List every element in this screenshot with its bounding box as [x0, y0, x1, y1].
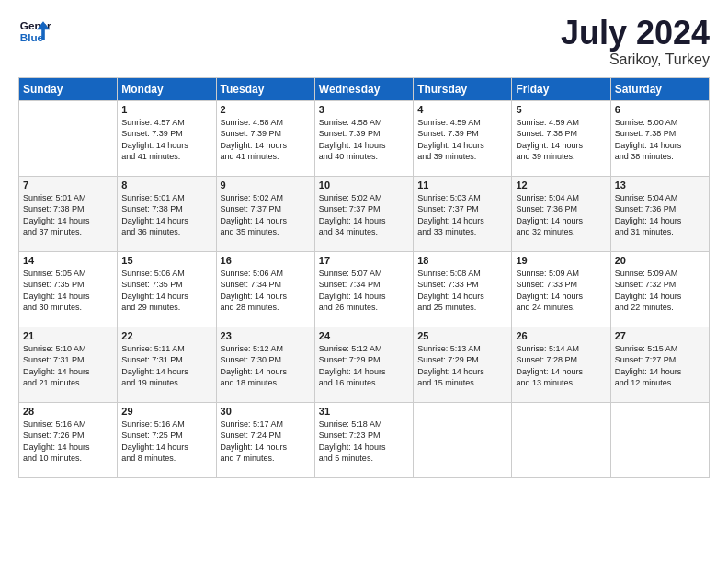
- cell-content: Sunrise: 4:59 AM Sunset: 7:39 PM Dayligh…: [417, 117, 507, 163]
- calendar-cell: 13Sunrise: 5:04 AM Sunset: 7:36 PM Dayli…: [610, 176, 709, 251]
- svg-text:Blue: Blue: [20, 31, 44, 43]
- day-number: 27: [615, 330, 705, 341]
- calendar-table: SundayMondayTuesdayWednesdayThursdayFrid…: [18, 77, 710, 478]
- weekday-header: Saturday: [610, 77, 709, 100]
- calendar-cell: 2Sunrise: 4:58 AM Sunset: 7:39 PM Daylig…: [216, 100, 314, 176]
- calendar-cell: [610, 402, 709, 477]
- cell-content: Sunrise: 5:00 AM Sunset: 7:38 PM Dayligh…: [615, 117, 705, 163]
- weekday-header: Thursday: [414, 77, 512, 100]
- cell-content: Sunrise: 5:18 AM Sunset: 7:23 PM Dayligh…: [319, 419, 409, 465]
- cell-content: Sunrise: 5:06 AM Sunset: 7:34 PM Dayligh…: [221, 268, 311, 314]
- cell-content: Sunrise: 5:06 AM Sunset: 7:35 PM Dayligh…: [121, 268, 211, 314]
- day-number: 5: [516, 104, 606, 115]
- calendar-cell: 6Sunrise: 5:00 AM Sunset: 7:38 PM Daylig…: [610, 100, 709, 176]
- cell-content: Sunrise: 5:09 AM Sunset: 7:32 PM Dayligh…: [615, 268, 705, 314]
- cell-content: Sunrise: 5:16 AM Sunset: 7:26 PM Dayligh…: [23, 419, 113, 465]
- day-number: 31: [319, 406, 409, 417]
- cell-content: Sunrise: 5:08 AM Sunset: 7:33 PM Dayligh…: [417, 268, 507, 314]
- day-number: 28: [23, 406, 113, 417]
- day-number: 23: [221, 330, 311, 341]
- cell-content: Sunrise: 5:02 AM Sunset: 7:37 PM Dayligh…: [221, 192, 311, 238]
- cell-content: Sunrise: 5:10 AM Sunset: 7:31 PM Dayligh…: [23, 343, 113, 389]
- cell-content: Sunrise: 5:16 AM Sunset: 7:25 PM Dayligh…: [121, 419, 211, 465]
- day-number: 12: [516, 179, 606, 190]
- calendar-cell: 9Sunrise: 5:02 AM Sunset: 7:37 PM Daylig…: [216, 176, 314, 251]
- calendar-cell: 10Sunrise: 5:02 AM Sunset: 7:37 PM Dayli…: [314, 176, 413, 251]
- calendar-cell: 14Sunrise: 5:05 AM Sunset: 7:35 PM Dayli…: [19, 251, 118, 327]
- day-number: 2: [221, 104, 311, 115]
- day-number: 19: [516, 255, 606, 266]
- calendar-cell: 31Sunrise: 5:18 AM Sunset: 7:23 PM Dayli…: [314, 402, 413, 477]
- day-number: 11: [417, 179, 507, 190]
- cell-content: Sunrise: 4:57 AM Sunset: 7:39 PM Dayligh…: [121, 117, 211, 163]
- calendar-cell: 5Sunrise: 4:59 AM Sunset: 7:38 PM Daylig…: [512, 100, 610, 176]
- calendar-cell: 15Sunrise: 5:06 AM Sunset: 7:35 PM Dayli…: [118, 251, 216, 327]
- day-number: 25: [417, 330, 507, 341]
- weekday-header: Wednesday: [314, 77, 413, 100]
- cell-content: Sunrise: 5:12 AM Sunset: 7:30 PM Dayligh…: [221, 343, 311, 389]
- logo: General Blue: [18, 15, 51, 48]
- calendar-cell: 24Sunrise: 5:12 AM Sunset: 7:29 PM Dayli…: [314, 327, 413, 402]
- cell-content: Sunrise: 5:03 AM Sunset: 7:37 PM Dayligh…: [417, 192, 507, 238]
- calendar-cell: [512, 402, 610, 477]
- cell-content: Sunrise: 5:15 AM Sunset: 7:27 PM Dayligh…: [615, 343, 705, 389]
- cell-content: Sunrise: 5:14 AM Sunset: 7:28 PM Dayligh…: [516, 343, 606, 389]
- cell-content: Sunrise: 5:01 AM Sunset: 7:38 PM Dayligh…: [23, 192, 113, 238]
- calendar-cell: 27Sunrise: 5:15 AM Sunset: 7:27 PM Dayli…: [610, 327, 709, 402]
- day-number: 29: [121, 406, 211, 417]
- weekday-header: Sunday: [19, 77, 118, 100]
- day-number: 14: [23, 255, 113, 266]
- calendar-cell: 16Sunrise: 5:06 AM Sunset: 7:34 PM Dayli…: [216, 251, 314, 327]
- calendar-cell: [414, 402, 512, 477]
- calendar-cell: 7Sunrise: 5:01 AM Sunset: 7:38 PM Daylig…: [19, 176, 118, 251]
- calendar-cell: 29Sunrise: 5:16 AM Sunset: 7:25 PM Dayli…: [118, 402, 216, 477]
- calendar-cell: 12Sunrise: 5:04 AM Sunset: 7:36 PM Dayli…: [512, 176, 610, 251]
- weekday-header: Tuesday: [216, 77, 314, 100]
- calendar-cell: 22Sunrise: 5:11 AM Sunset: 7:31 PM Dayli…: [118, 327, 216, 402]
- month-title: July 2024: [561, 15, 710, 52]
- calendar-cell: 26Sunrise: 5:14 AM Sunset: 7:28 PM Dayli…: [512, 327, 610, 402]
- page: General Blue July 2024 Sarikoy, Turkey S…: [0, 0, 728, 563]
- cell-content: Sunrise: 5:01 AM Sunset: 7:38 PM Dayligh…: [121, 192, 211, 238]
- calendar-week-row: 28Sunrise: 5:16 AM Sunset: 7:26 PM Dayli…: [19, 402, 710, 477]
- title-block: July 2024 Sarikoy, Turkey: [561, 15, 710, 68]
- day-number: 18: [417, 255, 507, 266]
- calendar-cell: 20Sunrise: 5:09 AM Sunset: 7:32 PM Dayli…: [610, 251, 709, 327]
- calendar-cell: [19, 100, 118, 176]
- calendar-cell: 1Sunrise: 4:57 AM Sunset: 7:39 PM Daylig…: [118, 100, 216, 176]
- cell-content: Sunrise: 5:09 AM Sunset: 7:33 PM Dayligh…: [516, 268, 606, 314]
- calendar-cell: 11Sunrise: 5:03 AM Sunset: 7:37 PM Dayli…: [414, 176, 512, 251]
- cell-content: Sunrise: 5:02 AM Sunset: 7:37 PM Dayligh…: [319, 192, 409, 238]
- calendar-cell: 21Sunrise: 5:10 AM Sunset: 7:31 PM Dayli…: [19, 327, 118, 402]
- day-number: 24: [319, 330, 409, 341]
- weekday-header: Friday: [512, 77, 610, 100]
- day-number: 13: [615, 179, 705, 190]
- day-number: 16: [221, 255, 311, 266]
- day-number: 1: [121, 104, 211, 115]
- calendar-cell: 8Sunrise: 5:01 AM Sunset: 7:38 PM Daylig…: [118, 176, 216, 251]
- calendar-week-row: 1Sunrise: 4:57 AM Sunset: 7:39 PM Daylig…: [19, 100, 710, 176]
- calendar-week-row: 7Sunrise: 5:01 AM Sunset: 7:38 PM Daylig…: [19, 176, 710, 251]
- cell-content: Sunrise: 4:59 AM Sunset: 7:38 PM Dayligh…: [516, 117, 606, 163]
- calendar-cell: 4Sunrise: 4:59 AM Sunset: 7:39 PM Daylig…: [414, 100, 512, 176]
- weekday-header: Monday: [118, 77, 216, 100]
- location-title: Sarikoy, Turkey: [561, 52, 710, 68]
- cell-content: Sunrise: 5:12 AM Sunset: 7:29 PM Dayligh…: [319, 343, 409, 389]
- calendar-cell: 18Sunrise: 5:08 AM Sunset: 7:33 PM Dayli…: [414, 251, 512, 327]
- cell-content: Sunrise: 5:05 AM Sunset: 7:35 PM Dayligh…: [23, 268, 113, 314]
- cell-content: Sunrise: 5:07 AM Sunset: 7:34 PM Dayligh…: [319, 268, 409, 314]
- cell-content: Sunrise: 4:58 AM Sunset: 7:39 PM Dayligh…: [319, 117, 409, 163]
- day-number: 4: [417, 104, 507, 115]
- day-number: 17: [319, 255, 409, 266]
- day-number: 26: [516, 330, 606, 341]
- calendar-week-row: 21Sunrise: 5:10 AM Sunset: 7:31 PM Dayli…: [19, 327, 710, 402]
- day-number: 22: [121, 330, 211, 341]
- cell-content: Sunrise: 5:04 AM Sunset: 7:36 PM Dayligh…: [615, 192, 705, 238]
- cell-content: Sunrise: 5:13 AM Sunset: 7:29 PM Dayligh…: [417, 343, 507, 389]
- day-number: 6: [615, 104, 705, 115]
- day-number: 10: [319, 179, 409, 190]
- day-number: 15: [121, 255, 211, 266]
- calendar-cell: 25Sunrise: 5:13 AM Sunset: 7:29 PM Dayli…: [414, 327, 512, 402]
- cell-content: Sunrise: 5:11 AM Sunset: 7:31 PM Dayligh…: [121, 343, 211, 389]
- calendar-cell: 28Sunrise: 5:16 AM Sunset: 7:26 PM Dayli…: [19, 402, 118, 477]
